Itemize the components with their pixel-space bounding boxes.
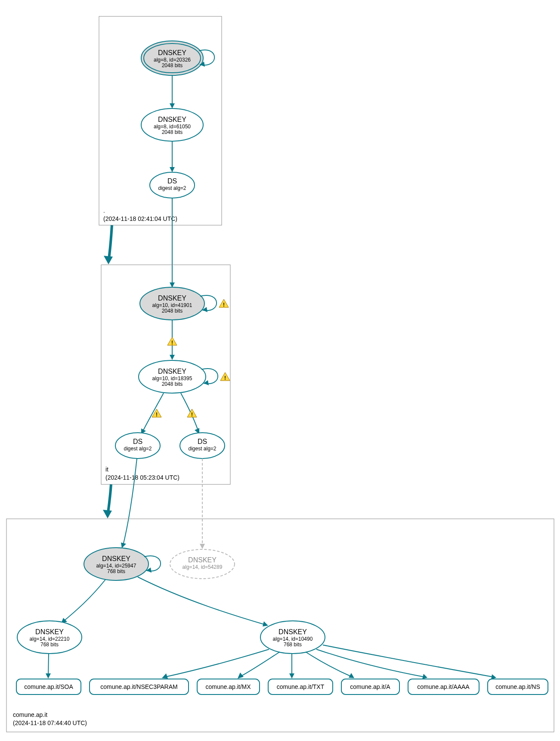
svg-marker-49 bbox=[121, 543, 126, 548]
svg-marker-73 bbox=[289, 673, 294, 679]
svg-text:digest alg=2: digest alg=2 bbox=[124, 446, 152, 452]
svg-text:!: ! bbox=[191, 412, 193, 418]
svg-text:alg=8, id=61050: alg=8, id=61050 bbox=[154, 124, 191, 130]
rr-soa: comune.ap.it/SOA bbox=[16, 679, 81, 694]
svg-text:comune.ap.it/NS: comune.ap.it/NS bbox=[495, 683, 540, 690]
svg-text:digest alg=2: digest alg=2 bbox=[188, 446, 216, 452]
svg-text:DS: DS bbox=[167, 177, 177, 185]
svg-marker-11 bbox=[170, 103, 175, 109]
rr-a: comune.ap.it/A bbox=[341, 679, 399, 694]
svg-marker-75 bbox=[422, 674, 427, 679]
svg-text:2048 bits: 2048 bits bbox=[162, 381, 183, 387]
edge-comune-ksk-zsk2 bbox=[138, 577, 268, 626]
svg-text:DNSKEY: DNSKEY bbox=[102, 555, 130, 562]
zone-comune-timestamp: (2024-11-18 07:44:40 UTC) bbox=[13, 719, 87, 726]
svg-text:DS: DS bbox=[198, 438, 207, 445]
edge-it-ds2-comune-ghost bbox=[200, 459, 205, 549]
svg-text:alg=10, id=41901: alg=10, id=41901 bbox=[152, 302, 192, 308]
svg-text:digest alg=2: digest alg=2 bbox=[158, 185, 186, 191]
svg-text:DNSKEY: DNSKEY bbox=[158, 295, 186, 302]
svg-text:768 bits: 768 bits bbox=[284, 642, 302, 648]
edge-root-zsk-ds bbox=[170, 141, 175, 172]
edge-comune-ksk-zsk1 bbox=[61, 580, 105, 623]
svg-marker-48 bbox=[103, 510, 112, 518]
warning-icon: ! bbox=[187, 409, 197, 418]
edge-zsk2-aaaa bbox=[316, 649, 427, 679]
zone-it-timestamp: (2024-11-18 05:23:04 UTC) bbox=[105, 474, 179, 481]
svg-text:DS: DS bbox=[133, 438, 142, 445]
warning-icon: ! bbox=[219, 299, 229, 308]
node-comune-zsk1: DNSKEY alg=14, id=22210 768 bits bbox=[17, 621, 82, 654]
svg-text:!: ! bbox=[156, 412, 158, 418]
zone-root-timestamp: (2024-11-18 02:41:04 UTC) bbox=[103, 215, 177, 222]
warning-icon: ! bbox=[167, 337, 177, 346]
edge-zone-it-comune bbox=[103, 484, 112, 518]
node-root-ksk: DNSKEY alg=8, id=20326 2048 bits bbox=[141, 41, 214, 75]
svg-marker-61 bbox=[263, 621, 268, 626]
svg-marker-15 bbox=[170, 167, 175, 172]
svg-marker-26 bbox=[170, 355, 175, 360]
svg-text:comune.ap.it/TXT: comune.ap.it/TXT bbox=[277, 683, 325, 690]
zone-it-name: it bbox=[105, 466, 108, 473]
svg-text:comune.ap.it/NSEC3PARAM: comune.ap.it/NSEC3PARAM bbox=[100, 683, 177, 690]
svg-text:comune.ap.it/MX: comune.ap.it/MX bbox=[205, 683, 251, 690]
edge-zsk2-a bbox=[306, 652, 354, 678]
edge-zsk2-mx bbox=[238, 652, 280, 679]
zone-root-name: . bbox=[103, 207, 105, 214]
node-root-zsk: DNSKEY alg=8, id=61050 2048 bits bbox=[141, 109, 203, 141]
svg-marker-50 bbox=[200, 544, 205, 549]
svg-text:768 bits: 768 bits bbox=[40, 642, 59, 648]
svg-marker-70 bbox=[46, 673, 51, 679]
svg-text:alg=10, id=18395: alg=10, id=18395 bbox=[152, 375, 192, 381]
svg-text:DNSKEY: DNSKEY bbox=[278, 628, 307, 636]
svg-text:DNSKEY: DNSKEY bbox=[158, 116, 186, 123]
svg-text:alg=14, id=25947: alg=14, id=25947 bbox=[96, 563, 136, 569]
svg-text:DNSKEY: DNSKEY bbox=[158, 368, 186, 375]
svg-text:!: ! bbox=[171, 340, 173, 346]
zone-comune-name: comune.ap.it bbox=[13, 711, 47, 718]
edge-zsk2-txt bbox=[289, 654, 294, 679]
rr-mx: comune.ap.it/MX bbox=[197, 679, 260, 694]
node-it-ksk: DNSKEY alg=10, id=41901 2048 bits bbox=[140, 287, 217, 320]
svg-text:768 bits: 768 bits bbox=[107, 568, 125, 574]
svg-text:2048 bits: 2048 bits bbox=[162, 62, 183, 68]
warning-icon: ! bbox=[220, 372, 230, 381]
edge-zone-root-it bbox=[104, 225, 113, 264]
edge-root-ds-it-ksk bbox=[170, 198, 175, 288]
svg-text:DNSKEY: DNSKEY bbox=[35, 628, 64, 636]
node-root-ds: DS digest alg=2 bbox=[150, 172, 195, 198]
svg-marker-71 bbox=[162, 673, 168, 679]
edge-zsk2-nsec3 bbox=[162, 649, 269, 679]
svg-text:comune.ap.it/AAAA: comune.ap.it/AAAA bbox=[417, 683, 470, 690]
svg-text:alg=14, id=54289: alg=14, id=54289 bbox=[183, 564, 223, 570]
svg-text:!: ! bbox=[224, 375, 226, 381]
rr-aaaa: comune.ap.it/AAAA bbox=[408, 679, 479, 694]
svg-text:DNSKEY: DNSKEY bbox=[188, 556, 217, 564]
node-comune-zsk2: DNSKEY alg=14, id=10490 768 bits bbox=[260, 621, 325, 654]
edge-it-ds1-comune-ksk bbox=[121, 459, 137, 548]
svg-text:!: ! bbox=[223, 302, 225, 308]
svg-text:2048 bits: 2048 bits bbox=[162, 129, 183, 135]
node-comune-ksk: DNSKEY alg=14, id=25947 768 bits bbox=[84, 548, 161, 580]
edge-root-ksk-zsk bbox=[170, 75, 175, 109]
rr-nsec3param: comune.ap.it/NSEC3PARAM bbox=[90, 679, 189, 694]
node-comune-ghost: DNSKEY alg=14, id=54289 bbox=[170, 549, 235, 579]
edge-zsk1-soa bbox=[46, 654, 51, 679]
svg-text:2048 bits: 2048 bits bbox=[162, 308, 183, 314]
svg-text:comune.ap.it/A: comune.ap.it/A bbox=[350, 683, 390, 690]
warning-icon: ! bbox=[152, 409, 161, 418]
svg-marker-16 bbox=[104, 256, 113, 264]
svg-text:alg=8, id=20326: alg=8, id=20326 bbox=[154, 57, 191, 63]
node-it-ds1: DS digest alg=2 bbox=[115, 433, 160, 459]
svg-text:DNSKEY: DNSKEY bbox=[158, 49, 186, 56]
rr-ns: comune.ap.it/NS bbox=[488, 679, 548, 694]
rr-txt: comune.ap.it/TXT bbox=[268, 679, 333, 694]
svg-text:alg=14, id=22210: alg=14, id=22210 bbox=[30, 636, 70, 642]
svg-text:comune.ap.it/SOA: comune.ap.it/SOA bbox=[24, 683, 73, 690]
node-it-zsk: DNSKEY alg=10, id=18395 2048 bits bbox=[139, 360, 218, 393]
edge-it-zsk-ds1 bbox=[141, 393, 164, 434]
node-it-ds2: DS digest alg=2 bbox=[180, 433, 225, 459]
svg-text:alg=14, id=10490: alg=14, id=10490 bbox=[273, 636, 313, 642]
